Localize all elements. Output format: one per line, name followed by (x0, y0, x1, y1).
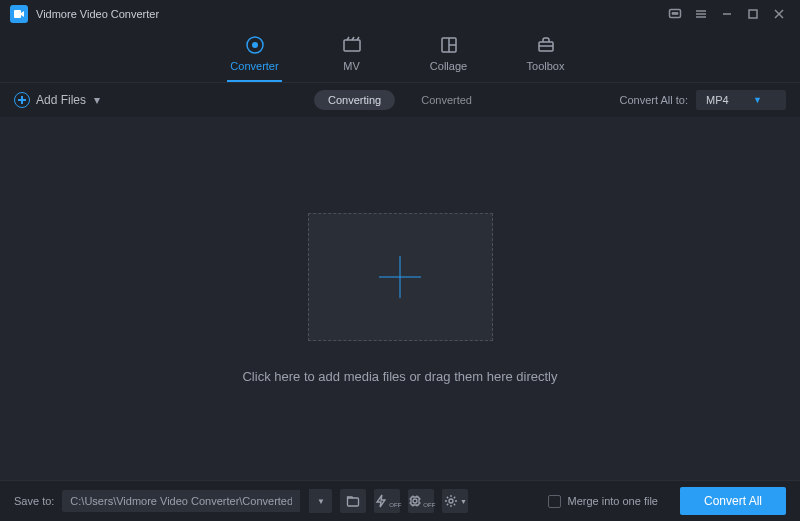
titlebar: Vidmore Video Converter (0, 0, 800, 28)
chevron-down-icon: ▼ (460, 498, 467, 505)
toolbox-icon (536, 35, 556, 55)
svg-rect-9 (749, 10, 757, 18)
tab-converting[interactable]: Converting (314, 90, 395, 110)
svg-rect-14 (344, 40, 360, 51)
plus-circle-icon (14, 92, 30, 108)
tab-mv[interactable]: MV (324, 35, 379, 82)
drop-hint: Click here to add media files or drag th… (242, 369, 557, 384)
high-speed-button[interactable]: OFF (408, 489, 434, 513)
format-select[interactable]: MP4 ▼ (696, 90, 786, 110)
add-files-label: Add Files (36, 93, 86, 107)
path-dropdown-button[interactable]: ▼ (308, 489, 332, 513)
format-selected-value: MP4 (706, 94, 729, 106)
svg-point-3 (674, 13, 675, 14)
converter-icon (245, 35, 265, 55)
plus-icon (379, 256, 421, 298)
collage-icon (439, 35, 459, 55)
convert-all-to-label: Convert All to: (620, 94, 688, 106)
content-area: Click here to add media files or drag th… (0, 117, 800, 480)
svg-rect-0 (14, 10, 21, 18)
svg-point-31 (449, 499, 453, 503)
svg-point-2 (672, 13, 673, 14)
main-tabs: Converter MV Collage Toolbox (0, 28, 800, 83)
tab-toolbox[interactable]: Toolbox (518, 35, 573, 82)
svg-point-13 (252, 42, 258, 48)
tab-label: MV (343, 60, 360, 72)
merge-checkbox[interactable]: Merge into one file (548, 495, 658, 508)
app-logo (10, 5, 28, 23)
tab-converter[interactable]: Converter (227, 35, 282, 82)
feedback-icon[interactable] (664, 3, 686, 25)
app-title: Vidmore Video Converter (36, 8, 159, 20)
svg-rect-20 (348, 498, 359, 506)
close-icon[interactable] (768, 3, 790, 25)
drop-zone[interactable] (308, 213, 493, 341)
sub-toolbar: Add Files ▾ Converting Converted Convert… (0, 83, 800, 117)
open-folder-button[interactable] (340, 489, 366, 513)
convert-all-button[interactable]: Convert All (680, 487, 786, 515)
minimize-icon[interactable] (716, 3, 738, 25)
hardware-accel-button[interactable]: OFF (374, 489, 400, 513)
chevron-down-icon: ▼ (753, 95, 762, 105)
svg-point-4 (676, 13, 677, 14)
merge-label: Merge into one file (567, 495, 658, 507)
add-files-button[interactable]: Add Files ▾ (14, 92, 100, 108)
tab-collage[interactable]: Collage (421, 35, 476, 82)
tab-label: Toolbox (527, 60, 565, 72)
settings-button[interactable]: ▼ (442, 489, 468, 513)
mv-icon (342, 35, 362, 55)
svg-point-22 (413, 499, 417, 503)
save-to-label: Save to: (14, 495, 54, 507)
tab-label: Collage (430, 60, 467, 72)
menu-icon[interactable] (690, 3, 712, 25)
tab-label: Converter (230, 60, 278, 72)
chevron-down-icon: ▾ (94, 93, 100, 107)
tab-converted[interactable]: Converted (407, 90, 486, 110)
bottom-bar: Save to: ▼ OFF OFF ▼ Merge into one file… (0, 480, 800, 521)
checkbox-box (548, 495, 561, 508)
svg-rect-21 (411, 497, 419, 505)
save-path-input[interactable] (62, 490, 300, 512)
maximize-icon[interactable] (742, 3, 764, 25)
